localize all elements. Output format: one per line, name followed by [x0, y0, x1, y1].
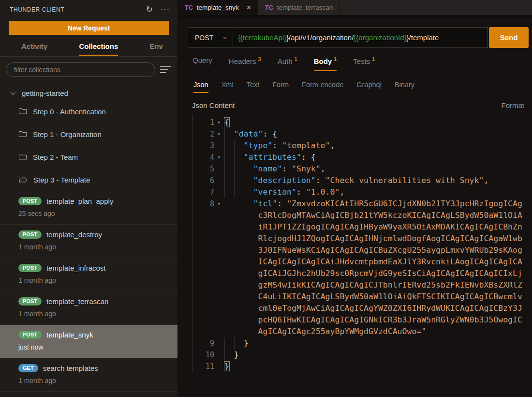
line-number: 2: [203, 128, 214, 140]
refresh-icon[interactable]: ↻: [146, 4, 153, 15]
folder-item[interactable]: Step 1 - Organization: [0, 123, 177, 146]
send-button[interactable]: Send: [489, 27, 529, 48]
url-variable: {{organizationId}: [354, 33, 406, 42]
body-tab-form-encode[interactable]: Form-encode: [302, 81, 343, 93]
more-icon[interactable]: ···: [161, 5, 170, 14]
request-url-row: POST {{terrakubeApi}}/api/v1/organizatio…: [188, 27, 529, 48]
request-list: POSTtemplate_plan_apply25 secs agoPOSTte…: [0, 191, 177, 392]
gutter: 6: [192, 175, 224, 186]
code-line: 6"description": "Check vulnerabilities w…: [192, 175, 523, 186]
body-tab-text[interactable]: Text: [247, 81, 260, 93]
code-line: 8▾"tcl": "ZmxvdzoKICAtIHR5cGU6ICJjdXN0b2…: [192, 198, 523, 337]
request-item[interactable]: POSTtemplate_infracost1 month ago: [0, 258, 177, 291]
editor-tabbar: TCtemplate_snyk×TCtemplate_terrascan: [178, 0, 532, 18]
collection-item[interactable]: getting-started: [0, 86, 177, 100]
body-tab-binary[interactable]: Binary: [395, 81, 414, 93]
chevron-down-icon: [11, 90, 15, 95]
request-item[interactable]: POSTtemplate_snykjust now: [0, 325, 177, 358]
url-text: }/api/v1/organization/: [286, 33, 354, 42]
line-number: 4: [203, 152, 214, 163]
tab-body[interactable]: Body1: [314, 56, 337, 71]
indent-guide: [224, 140, 234, 152]
editor-tab-template_snyk[interactable]: TCtemplate_snyk×: [178, 0, 258, 15]
request-panel: TCtemplate_snyk×TCtemplate_terrascan POS…: [178, 0, 532, 397]
request-item-row: POSTtemplate_destroy: [18, 230, 177, 239]
code-line: 11}: [192, 361, 523, 372]
folder-item[interactable]: Step 2 - Team: [0, 146, 177, 168]
request-item[interactable]: GETsearch templates1 month ago: [0, 358, 177, 392]
code-line: 2▾"data": {: [192, 128, 523, 140]
tab-query[interactable]: Query: [192, 56, 212, 71]
body-tab-graphql[interactable]: Graphql: [356, 81, 382, 93]
method-select[interactable]: POST: [188, 28, 233, 47]
token-str: "template": [282, 141, 330, 150]
folder-label: Step 3 - Template: [33, 176, 90, 184]
tab-headers[interactable]: Headers3: [229, 56, 261, 71]
line-number: 5: [203, 163, 214, 175]
sidebar: THUNDER CLIENT ↻ ··· New Request Activit…: [0, 0, 178, 397]
code-text: }: [224, 337, 523, 349]
token-key: "version": [253, 187, 296, 197]
tab-count-badge: 1: [372, 56, 375, 62]
collections-tree: getting-started Step 0 - AuthenticationS…: [0, 86, 177, 397]
json-editor[interactable]: 1▾{2▾"data": {3"type": "template",4▾"att…: [192, 114, 525, 373]
fold-arrow-icon[interactable]: ▾: [216, 198, 222, 210]
body-tab-json[interactable]: Json: [193, 81, 208, 93]
sidebar-header: THUNDER CLIENT ↻ ···: [0, 0, 177, 15]
code-line: 9}: [192, 337, 523, 349]
method-badge: POST: [18, 197, 42, 205]
editor-tab-template_terrascan[interactable]: TCtemplate_terrascan: [258, 0, 340, 15]
chevron-down-icon: [223, 35, 227, 39]
url-text: }/template: [407, 33, 439, 42]
tab-auth[interactable]: Auth1: [278, 56, 297, 71]
code-text: "version": "1.0.0",: [224, 186, 523, 198]
indent-guide: [224, 337, 234, 349]
code-text: "attributes": {: [224, 152, 523, 163]
fold-arrow-icon[interactable]: ▾: [216, 128, 222, 140]
url-variable: {{terrakubeApi}: [238, 33, 286, 42]
indent-guide: [234, 337, 244, 349]
request-item[interactable]: POSTtemplate_terrascan1 month ago: [0, 291, 177, 325]
request-item[interactable]: POSTtemplate_destroy1 month ago: [0, 225, 177, 258]
sidebar-tab-activity[interactable]: Activity: [21, 42, 47, 56]
body-tab-form[interactable]: Form: [272, 81, 289, 93]
request-time: 25 secs ago: [18, 210, 177, 217]
request-item-row: POSTtemplate_terrascan: [18, 297, 177, 305]
token-key: "attributes": [244, 153, 301, 162]
tc-icon: TC: [185, 4, 193, 11]
code-text: "description": "Check vulnerabilities wi…: [224, 175, 523, 186]
new-request-button[interactable]: New Request: [9, 21, 169, 35]
token-punct: {: [224, 118, 229, 127]
gutter: 11: [192, 361, 224, 372]
close-icon[interactable]: ×: [247, 4, 251, 12]
tab-tests[interactable]: Tests1: [353, 56, 375, 71]
fold-arrow-icon[interactable]: ▾: [216, 152, 222, 163]
sort-icon[interactable]: [160, 66, 172, 73]
code-text: {: [224, 117, 523, 128]
indent-guide: [234, 175, 244, 186]
indent-guide: [244, 163, 253, 175]
body-tab-xml[interactable]: Xml: [222, 81, 234, 93]
gutter: 9: [192, 337, 224, 349]
sidebar-tab-env[interactable]: Env: [149, 42, 163, 56]
code-text: "type": "template",: [224, 140, 523, 152]
token-key: "type": [244, 141, 273, 150]
line-number: 10: [203, 349, 214, 361]
fold-arrow-icon[interactable]: ▾: [216, 117, 222, 128]
format-button[interactable]: Format: [501, 101, 524, 109]
filter-row: [0, 57, 177, 77]
code-line: 7"version": "1.0.0",: [192, 186, 523, 198]
request-time: 1 month ago: [18, 243, 177, 251]
sidebar-tab-collections[interactable]: Collections: [79, 42, 118, 56]
filter-collections-input[interactable]: [6, 62, 155, 77]
gutter: 8▾: [192, 198, 224, 337]
folder-item[interactable]: Step 0 - Authentication: [0, 100, 177, 123]
folder-item[interactable]: Step 3 - Template: [0, 168, 177, 191]
gutter: 7: [192, 186, 224, 198]
token-punct: ,: [484, 176, 488, 185]
folder-open-icon: [18, 176, 28, 184]
indent-guide: [224, 128, 234, 140]
request-item[interactable]: POSTtemplate_plan_apply25 secs ago: [0, 191, 177, 225]
request-time: 1 month ago: [18, 310, 177, 318]
url-input[interactable]: {{terrakubeApi}}/api/v1/organization/{{o…: [233, 28, 488, 47]
